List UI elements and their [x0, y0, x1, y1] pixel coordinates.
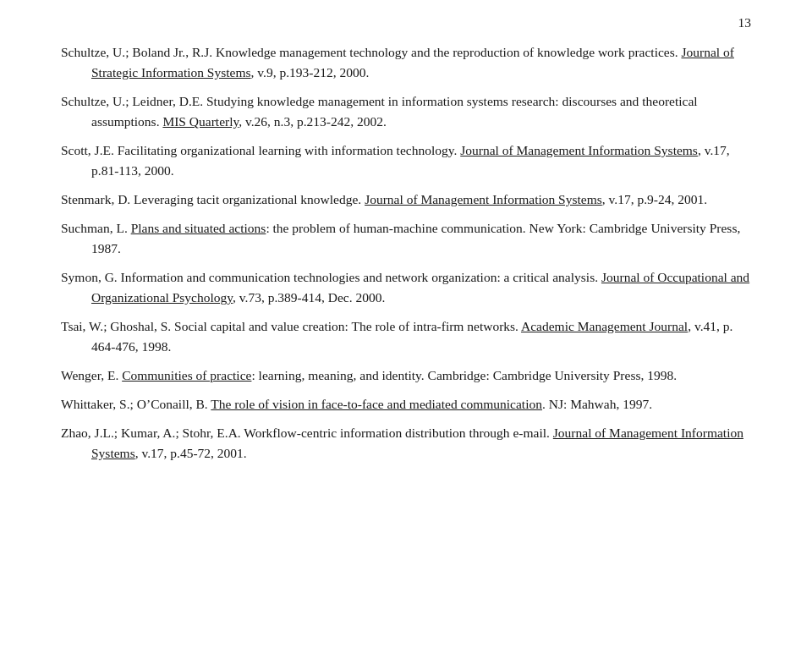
journal-title: Journal of Strategic Information Systems	[91, 45, 734, 80]
journal-title: MIS Quarterly	[162, 114, 239, 129]
ref-text: Scott, J.E. Facilitating organizational …	[61, 143, 730, 178]
ref-text: Wenger, E. Communities of practice: lear…	[61, 368, 677, 382]
journal-title: Journal of Management Information System…	[91, 426, 743, 460]
book-title: The role of vision in face-to-face and m…	[211, 397, 542, 411]
ref-suchman: Suchman, L. Plans and situated actions: …	[61, 218, 751, 259]
journal-title: Journal of Occupational and Organization…	[91, 270, 749, 305]
ref-text: Zhao, J.L.; Kumar, A.; Stohr, E.A. Workf…	[61, 426, 743, 460]
ref-stenmark: Stenmark, D. Leveraging tacit organizati…	[61, 189, 751, 210]
ref-tsai-ghoshal: Tsai, W.; Ghoshal, S. Social capital and…	[61, 316, 751, 357]
page-number: 13	[738, 15, 752, 30]
ref-schultze-boland: Schultze, U.; Boland Jr., R.J. Knowledge…	[61, 42, 751, 83]
ref-text: Whittaker, S.; O’Conaill, B. The role of…	[61, 397, 652, 411]
book-title: Plans and situated actions	[131, 221, 266, 235]
journal-title: Journal of Management Information System…	[365, 192, 602, 206]
ref-text: Symon, G. Information and communication …	[61, 270, 749, 305]
ref-scott: Scott, J.E. Facilitating organizational …	[61, 140, 751, 181]
ref-wenger: Wenger, E. Communities of practice: lear…	[61, 365, 751, 386]
journal-title: Academic Management Journal	[521, 319, 688, 333]
ref-symon: Symon, G. Information and communication …	[61, 267, 751, 308]
book-title: Communities of practice	[122, 368, 251, 382]
ref-schultze-leidner: Schultze, U.; Leidner, D.E. Studying kno…	[61, 91, 751, 132]
ref-text: Schultze, U.; Leidner, D.E. Studying kno…	[61, 94, 698, 129]
ref-zhao: Zhao, J.L.; Kumar, A.; Stohr, E.A. Workf…	[61, 423, 751, 464]
ref-text: Stenmark, D. Leveraging tacit organizati…	[61, 192, 707, 206]
ref-whittaker: Whittaker, S.; O’Conaill, B. The role of…	[61, 394, 751, 415]
ref-text: Tsai, W.; Ghoshal, S. Social capital and…	[61, 319, 732, 354]
ref-text: Suchman, L. Plans and situated actions: …	[61, 221, 740, 255]
ref-text: Schultze, U.; Boland Jr., R.J. Knowledge…	[61, 45, 734, 80]
references-list: Schultze, U.; Boland Jr., R.J. Knowledge…	[61, 42, 751, 464]
page: 13 Schultze, U.; Boland Jr., R.J. Knowle…	[0, 0, 812, 648]
journal-title: Journal of Management Information System…	[460, 143, 698, 157]
